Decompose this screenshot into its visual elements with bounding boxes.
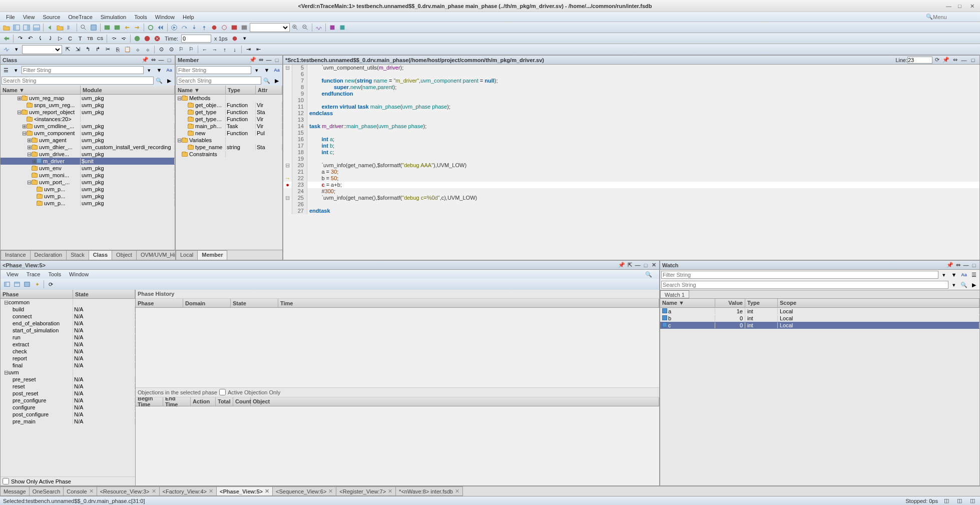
tree-row[interactable]: uvm_moni...uvm_pkg <box>1 172 175 179</box>
minimize-pane-icon[interactable]: — <box>265 57 272 64</box>
pane-tab[interactable]: Local <box>176 250 198 260</box>
tree-row[interactable]: extractN/A <box>1 341 135 348</box>
tree-row[interactable]: configureN/A <box>1 404 135 411</box>
arr-down-icon[interactable]: ↓ <box>230 45 239 54</box>
detach-icon[interactable]: ⇱ <box>626 262 633 269</box>
t-step1-icon[interactable]: ↷ <box>16 34 25 43</box>
member-search-input[interactable] <box>177 77 261 85</box>
tree-row[interactable]: ⊟ Methods <box>176 95 282 102</box>
tree-row[interactable]: pre_configureN/A <box>1 397 135 404</box>
tree-row[interactable]: ⊞ m_driver$unit <box>1 158 175 165</box>
maximize-pane-icon[interactable]: □ <box>273 57 280 64</box>
phase-tree[interactable]: Phase State ⊟commonbuildN/AconnectN/Aend… <box>1 290 135 476</box>
bottom-tab[interactable]: <Sequence_View:6>✕ <box>272 486 336 496</box>
pin-icon[interactable]: 📌 <box>142 57 149 64</box>
watch-row[interactable]: a1eintLocal <box>660 308 979 315</box>
watch-row[interactable]: b0intLocal <box>660 315 979 322</box>
phase-header-state[interactable]: State <box>73 290 135 298</box>
tree-row[interactable]: <instances:20> <box>1 116 175 123</box>
marker1-icon[interactable]: ⊙ <box>157 45 166 54</box>
goto-icon[interactable]: ⇥ <box>244 45 253 54</box>
watch-next-icon[interactable]: ▶ <box>969 280 978 289</box>
minimize-pane-icon[interactable]: — <box>634 262 641 269</box>
maximize-pane-icon[interactable]: □ <box>970 262 977 269</box>
undo-icon[interactable] <box>123 23 132 32</box>
tree-row[interactable]: finalN/A <box>1 362 135 369</box>
tree-row[interactable]: pre_mainN/A <box>1 418 135 425</box>
link1-icon[interactable]: ⟐ <box>133 45 142 54</box>
maximize-pane-icon[interactable]: □ <box>642 262 649 269</box>
watch-hdr-name[interactable]: Name ▼ <box>660 299 715 307</box>
zoom-in-icon[interactable] <box>291 23 300 32</box>
status-icon2[interactable]: ◫ <box>955 496 964 506</box>
src-pin-icon[interactable]: 📌 <box>941 56 950 65</box>
bottom-tab[interactable]: <Resource_View:3>✕ <box>97 486 160 496</box>
t-skip1-icon[interactable]: ⤹ <box>36 34 45 43</box>
t-bp-icon[interactable] <box>143 34 152 43</box>
tree-row[interactable]: ⊟ uvm_report_objectuvm_pkg <box>1 109 175 116</box>
scope1-icon[interactable] <box>103 23 112 32</box>
step-over-icon[interactable] <box>180 23 189 32</box>
bottom-tab[interactable]: <Phase_View:5>✕ <box>216 486 273 496</box>
maximize-icon[interactable]: □ <box>958 3 964 9</box>
tree-row[interactable]: checkN/A <box>1 348 135 355</box>
goto2-icon[interactable]: ⇤ <box>254 45 263 54</box>
t-over2-icon[interactable]: ⤽ <box>119 34 128 43</box>
class-header-module[interactable]: Module <box>81 86 175 94</box>
phase-history-table[interactable]: Phase Domain State Time <box>136 299 659 387</box>
scope2-icon[interactable] <box>113 23 122 32</box>
pin-icon[interactable]: 📌 <box>249 57 256 64</box>
dump-icon[interactable] <box>328 23 337 32</box>
ph-hdr-state[interactable]: State <box>231 299 278 307</box>
menu-onetrace[interactable]: OneTrace <box>64 13 97 21</box>
watch-filter-apply-icon[interactable]: ▼ <box>949 270 958 279</box>
ph-hdr-phase[interactable]: Phase <box>136 299 183 307</box>
phase-layout1-icon[interactable] <box>3 280 12 289</box>
t-letter-c-icon[interactable]: C <box>66 34 75 43</box>
phase-refresh-icon[interactable]: ⟳ <box>46 280 55 289</box>
src-refresh-icon[interactable]: ⟳ <box>932 56 941 65</box>
tree-row[interactable]: resetN/A <box>1 383 135 390</box>
status-icon3[interactable]: ◫ <box>968 496 977 506</box>
menu-view[interactable]: View <box>19 13 39 21</box>
phase-header-phase[interactable]: Phase <box>1 290 73 298</box>
active-objection-checkbox[interactable] <box>219 389 226 395</box>
watch-search-dd-icon[interactable]: ▾ <box>949 280 958 289</box>
layout2-icon[interactable] <box>22 23 31 32</box>
dropdown-icon[interactable]: ▾ <box>240 34 249 43</box>
close-tab-icon[interactable]: ✕ <box>328 488 333 494</box>
pane-tab[interactable]: Object <box>112 250 137 260</box>
class-search-next-icon[interactable]: ▶ <box>165 76 174 85</box>
step-in-icon[interactable] <box>190 23 199 32</box>
t-step2-icon[interactable]: ↶ <box>26 34 35 43</box>
obj-hdr-count[interactable]: Count <box>233 397 251 406</box>
copy-icon[interactable]: ⎘ <box>113 45 122 54</box>
member-tree[interactable]: Name ▼ Type Attr ⊟ Methods get_object_t.… <box>176 86 282 250</box>
t-over1-icon[interactable]: ⤼ <box>109 34 118 43</box>
tree-row[interactable]: ⊞ uvm_dhier_...uvm_custom_install_verdi_… <box>1 144 175 151</box>
signal-icon[interactable] <box>2 45 11 54</box>
tree-row[interactable]: ⊞ uvm_agentuvm_pkg <box>1 137 175 144</box>
time-input[interactable] <box>181 35 211 43</box>
breakpoint-icon[interactable] <box>210 23 219 32</box>
phase-menu-view[interactable]: View <box>3 270 23 278</box>
class-search-icon[interactable]: 🔍 <box>155 76 164 85</box>
tree-row[interactable]: connectN/A <box>1 313 135 320</box>
member-search-icon[interactable]: 🔍 <box>262 76 271 85</box>
pin-icon[interactable]: 📌 <box>946 262 953 269</box>
minimize-icon[interactable]: — <box>946 3 952 9</box>
menu-search-input[interactable] <box>933 14 973 20</box>
phase-layout2-icon[interactable] <box>13 280 22 289</box>
member-filter-input[interactable] <box>177 66 251 74</box>
ph-hdr-domain[interactable]: Domain <box>183 299 231 307</box>
go-icon[interactable] <box>2 34 11 43</box>
pin-icon[interactable]: 📌 <box>618 262 625 269</box>
watch-cfg-icon[interactable]: ☰ <box>969 270 978 279</box>
tree-row[interactable]: ⊞ uvm_reg_mapuvm_pkg <box>1 95 175 102</box>
rewind-icon[interactable] <box>156 23 165 32</box>
tree-row[interactable]: uvm_p...uvm_pkg <box>1 186 175 193</box>
t-letter-tb-icon[interactable]: TB <box>86 34 95 43</box>
zoom-out-icon[interactable] <box>301 23 310 32</box>
phase-menu-window[interactable]: Window <box>65 270 93 278</box>
tree-row[interactable]: snps_uvm_reg...uvm_pkg <box>1 102 175 109</box>
